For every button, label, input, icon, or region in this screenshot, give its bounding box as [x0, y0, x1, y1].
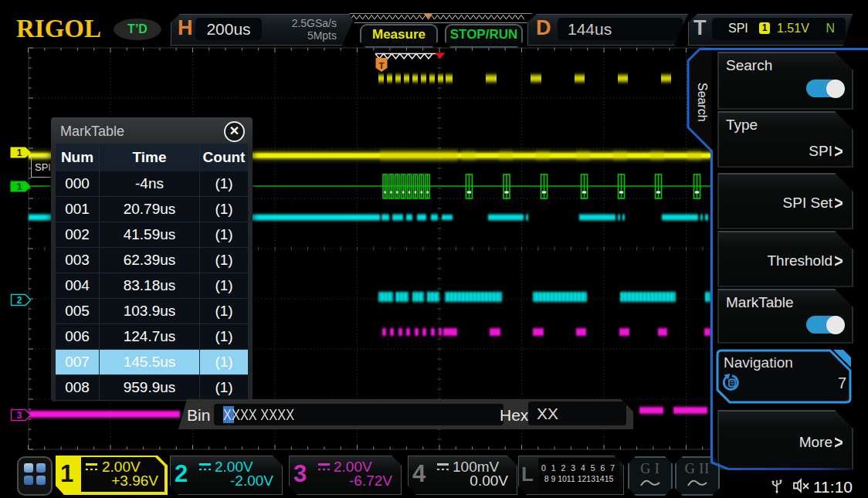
svg-text:3: 3 [17, 410, 22, 421]
svg-text:T: T [378, 61, 384, 70]
svg-text:1: 1 [17, 181, 22, 192]
svg-text:1: 1 [17, 147, 22, 158]
svg-text:2: 2 [17, 295, 22, 306]
